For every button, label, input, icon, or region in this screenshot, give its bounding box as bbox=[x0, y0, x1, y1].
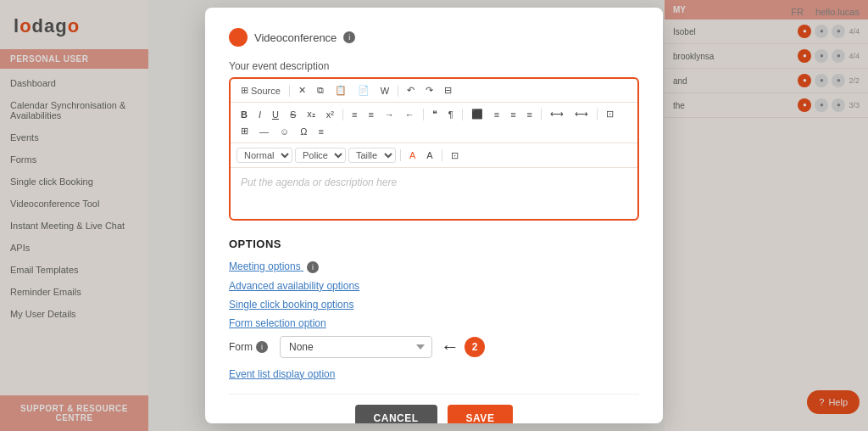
blockquote-button[interactable]: ❝ bbox=[428, 107, 442, 121]
vc-label: Videoconference bbox=[254, 31, 337, 44]
redo-button[interactable]: ↷ bbox=[421, 83, 437, 98]
cut-button[interactable]: ✕ bbox=[294, 83, 310, 98]
form-row: Form i None ← 2 bbox=[229, 336, 639, 358]
form-select[interactable]: None bbox=[280, 336, 432, 358]
format-select[interactable]: Normal bbox=[236, 148, 292, 163]
paste-text-button[interactable]: 📄 bbox=[353, 83, 374, 98]
bg-color-button[interactable]: A bbox=[422, 148, 437, 162]
align-right[interactable]: ≡ bbox=[506, 108, 520, 121]
superscript-button[interactable]: x² bbox=[322, 108, 338, 121]
vc-info-icon[interactable]: i bbox=[343, 31, 355, 43]
image-button[interactable]: ⊡ bbox=[602, 107, 618, 121]
source-button[interactable]: ⊞ Source bbox=[236, 83, 285, 98]
smiley-button[interactable]: ☺ bbox=[275, 125, 293, 138]
subscript-button[interactable]: x₂ bbox=[303, 107, 320, 121]
ul-button[interactable]: ≡ bbox=[348, 108, 361, 121]
form-selection-link[interactable]: Form selection option bbox=[229, 317, 639, 329]
copy-button[interactable]: ⧉ bbox=[313, 83, 328, 98]
toolbar-sep6 bbox=[541, 109, 542, 120]
underline-button[interactable]: U bbox=[268, 108, 283, 121]
modal-dialog: Videoconference i Your event description… bbox=[205, 8, 663, 423]
advanced-availability-link[interactable]: Advanced availability options bbox=[229, 280, 639, 292]
meeting-options-link[interactable]: Meeting options i bbox=[229, 260, 639, 273]
options-heading: OPTIONS bbox=[229, 238, 639, 250]
vc-dot bbox=[229, 28, 248, 47]
toolbar-row3: Normal Police Taille A A ⊡ bbox=[231, 143, 637, 168]
modal-footer: CANCEL SAVE bbox=[229, 394, 639, 423]
indent-button[interactable]: → bbox=[381, 108, 398, 121]
event-list-link[interactable]: Event list display option bbox=[229, 368, 639, 380]
table-button[interactable]: ⊞ bbox=[236, 124, 253, 138]
toolbar-sep bbox=[289, 85, 290, 97]
strike-button[interactable]: S bbox=[286, 108, 300, 121]
editor-body[interactable]: Put the agenda or description here bbox=[231, 168, 637, 219]
editor-container: ⊞ Source ✕ ⧉ 📋 📄 W ↶ ↷ ⊟ B I U S x₂ bbox=[229, 77, 639, 221]
link-button[interactable]: ⟷ bbox=[546, 107, 568, 121]
align-justify[interactable]: ≡ bbox=[523, 108, 537, 121]
arrow-badge-container: ← 2 bbox=[441, 336, 485, 358]
font-select[interactable]: Police bbox=[295, 148, 346, 163]
outdent-button[interactable]: ← bbox=[401, 108, 419, 121]
maximize-button[interactable]: ⊡ bbox=[447, 148, 463, 163]
arrow-icon[interactable]: ← bbox=[441, 336, 459, 358]
align-left[interactable]: ⬛ bbox=[467, 107, 487, 121]
toolbar-sep2 bbox=[398, 85, 398, 97]
format-button[interactable]: ≡ bbox=[314, 125, 327, 138]
modal-overlay: Videoconference i Your event description… bbox=[0, 0, 868, 431]
unlink-button[interactable]: ⟷ bbox=[570, 107, 593, 121]
align-center[interactable]: ≡ bbox=[490, 108, 504, 121]
paste-word-button[interactable]: W bbox=[376, 84, 393, 98]
hr-button[interactable]: — bbox=[255, 125, 273, 138]
toolbar-sep9 bbox=[442, 149, 442, 161]
paste-button[interactable]: 📋 bbox=[331, 83, 351, 98]
form-info-icon[interactable]: i bbox=[256, 341, 268, 353]
special-button[interactable]: ⊟ bbox=[440, 83, 456, 98]
toolbar-sep5 bbox=[462, 109, 463, 120]
italic-button[interactable]: I bbox=[254, 108, 265, 121]
ol-button[interactable]: ≡ bbox=[364, 108, 377, 121]
toolbar-sep3 bbox=[342, 109, 343, 120]
number-badge: 2 bbox=[465, 337, 485, 357]
toolbar-row2: B I U S x₂ x² ≡ ≡ → ← ❝ ¶ ⬛ ≡ ≡ ≡ ⟷ bbox=[231, 103, 637, 143]
source-icon: ⊞ bbox=[241, 85, 248, 96]
bold-button[interactable]: B bbox=[236, 108, 252, 121]
special-char-button[interactable]: Ω bbox=[296, 125, 311, 138]
meeting-options-info-icon[interactable]: i bbox=[307, 261, 319, 273]
toolbar-sep8 bbox=[400, 149, 401, 161]
toolbar-sep4 bbox=[423, 109, 424, 120]
cancel-button[interactable]: CANCEL bbox=[355, 405, 437, 423]
single-click-booking-link[interactable]: Single click booking options bbox=[229, 299, 639, 311]
save-button[interactable]: SAVE bbox=[448, 405, 514, 423]
toolbar-sep7 bbox=[597, 109, 598, 120]
div-button[interactable]: ¶ bbox=[444, 108, 458, 121]
toolbar-row1: ⊞ Source ✕ ⧉ 📋 📄 W ↶ ↷ ⊟ bbox=[231, 79, 637, 103]
vc-header: Videoconference i bbox=[229, 28, 639, 47]
event-desc-label: Your event description bbox=[229, 60, 639, 72]
size-select[interactable]: Taille bbox=[348, 148, 396, 163]
form-label: Form i bbox=[229, 341, 271, 353]
undo-button[interactable]: ↶ bbox=[403, 83, 419, 98]
font-color-button[interactable]: A bbox=[405, 148, 420, 162]
